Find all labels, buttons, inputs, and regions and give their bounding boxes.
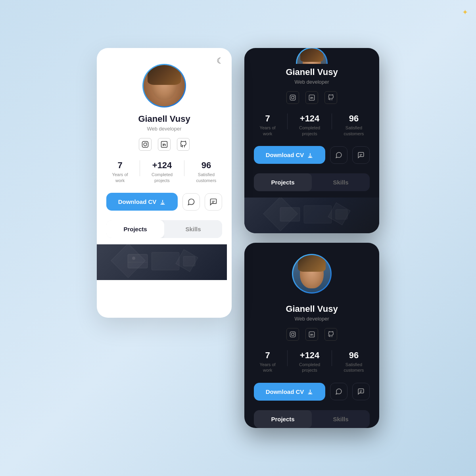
project-preview-visual bbox=[120, 250, 199, 274]
profile-name-dark-bottom: Gianell Vusy bbox=[286, 304, 338, 314]
svg-rect-21 bbox=[280, 207, 300, 221]
svg-point-2 bbox=[146, 143, 147, 144]
messenger-button-dark-bottom[interactable] bbox=[352, 383, 370, 400]
svg-rect-22 bbox=[304, 205, 332, 223]
avatar-wrapper-dark-bottom bbox=[292, 254, 332, 294]
whatsapp-button-dark-bottom[interactable] bbox=[330, 383, 347, 400]
dark-card-top: Gianell Vusy Web developer bbox=[244, 48, 379, 233]
stat-customers-dark-top: 96 Satisfied customers bbox=[344, 113, 364, 136]
stat-lbl-years-b: Years of work bbox=[260, 362, 276, 373]
profile-name-dark-top: Gianell Vusy bbox=[286, 67, 338, 77]
instagram-icon-dark[interactable] bbox=[286, 91, 299, 104]
svg-rect-13 bbox=[290, 95, 295, 100]
whatsapp-button-dark-top[interactable] bbox=[330, 146, 347, 164]
stat-div-1-dark-bottom bbox=[287, 350, 288, 366]
messenger-icon-dark-b bbox=[357, 388, 365, 395]
download-cv-button-dark-top[interactable]: Download CV bbox=[254, 146, 325, 164]
download-cv-button[interactable]: Download CV bbox=[106, 193, 178, 211]
stat-div-2-dark-top bbox=[332, 113, 332, 129]
stat-value-projects: +124 bbox=[152, 160, 172, 171]
profile-title-dark-top: Web developer bbox=[294, 79, 329, 85]
download-icon-dark-bottom bbox=[307, 388, 313, 395]
svg-point-25 bbox=[292, 333, 294, 336]
project-preview-light bbox=[97, 244, 227, 280]
stat-val-customers: 96 bbox=[349, 113, 359, 124]
whatsapp-button-light[interactable] bbox=[182, 193, 200, 211]
stat-projects: +124 Completed projects bbox=[152, 160, 173, 183]
stats-row-dark-top: 7 Years of work +124 Completed projects … bbox=[254, 113, 370, 136]
stat-label-customers: Satisfied customers bbox=[196, 172, 217, 183]
theme-toggle-icon[interactable]: ☾ bbox=[217, 56, 224, 65]
social-icons-row bbox=[139, 138, 190, 151]
dark-card-bottom: ✦ Gianell Vusy Web developer bbox=[244, 243, 379, 428]
stat-val-projects-b: +124 bbox=[300, 350, 320, 361]
stat-lbl-years: Years of work bbox=[260, 125, 276, 136]
avatar-wrapper bbox=[142, 64, 186, 107]
buttons-row-light: Download CV bbox=[106, 193, 222, 211]
stat-lbl-projects-b: Completed projects bbox=[299, 362, 320, 373]
stat-divider-1 bbox=[140, 160, 140, 176]
tabs-row-light: Projects Skills bbox=[106, 220, 222, 238]
whatsapp-icon-dark-b bbox=[335, 388, 342, 395]
svg-point-11 bbox=[132, 257, 135, 260]
svg-rect-23 bbox=[336, 209, 347, 219]
svg-rect-10 bbox=[183, 256, 195, 266]
preview-vis-dark bbox=[272, 203, 351, 227]
tab-projects-light[interactable]: Projects bbox=[106, 220, 164, 238]
stats-row-dark-bottom: 7 Years of work +124 Completed projects … bbox=[254, 350, 370, 373]
messenger-icon bbox=[209, 198, 217, 206]
stat-lbl-customers-b: Satisfied customers bbox=[344, 362, 364, 373]
svg-point-26 bbox=[294, 333, 294, 333]
tab-skills-light[interactable]: Skills bbox=[164, 220, 222, 238]
github-icon-dark[interactable] bbox=[324, 91, 337, 104]
download-cv-label: Download CV bbox=[118, 198, 157, 205]
buttons-row-dark-bottom: Download CV bbox=[254, 383, 370, 401]
github-icon[interactable] bbox=[177, 138, 190, 151]
messenger-icon-dark bbox=[357, 152, 365, 159]
project-preview-dark-top bbox=[244, 198, 379, 233]
stat-projects-dark-bottom: +124 Completed projects bbox=[299, 350, 320, 373]
svg-rect-9 bbox=[152, 252, 179, 270]
github-icon-dark-bottom[interactable] bbox=[324, 328, 337, 341]
download-icon-dark-top bbox=[307, 152, 313, 158]
stat-years-dark-top: 7 Years of work bbox=[260, 113, 276, 136]
social-icons-dark-top bbox=[286, 91, 337, 104]
stat-label-years: Years of work bbox=[112, 172, 128, 183]
messenger-button-light[interactable] bbox=[205, 193, 222, 211]
stat-label-projects: Completed projects bbox=[152, 172, 173, 183]
buttons-row-dark-top: Download CV bbox=[254, 146, 370, 164]
tab-skills-dark-top[interactable]: Skills bbox=[312, 173, 370, 191]
stat-div-2-dark-bottom bbox=[332, 350, 332, 366]
download-cv-label-dark-bottom: Download CV bbox=[266, 388, 304, 395]
social-icons-dark-bottom bbox=[286, 328, 337, 341]
stat-val-customers-b: 96 bbox=[349, 350, 359, 361]
tab-projects-dark-bottom[interactable]: Projects bbox=[254, 410, 312, 428]
svg-point-15 bbox=[294, 96, 294, 96]
instagram-icon-dark-bottom[interactable] bbox=[286, 328, 299, 341]
whatsapp-icon bbox=[187, 198, 195, 206]
instagram-icon[interactable] bbox=[139, 138, 152, 151]
stats-row: 7 Years of work +124 Completed projects … bbox=[106, 160, 222, 183]
linkedin-icon[interactable] bbox=[158, 138, 171, 151]
stat-val-years: 7 bbox=[265, 113, 270, 124]
messenger-button-dark-top[interactable] bbox=[352, 146, 370, 164]
stat-customers-dark-bottom: 96 Satisfied customers bbox=[344, 350, 364, 373]
stat-years-dark-bottom: 7 Years of work bbox=[260, 350, 276, 373]
tab-projects-dark-top[interactable]: Projects bbox=[254, 173, 312, 191]
avatar bbox=[144, 65, 185, 106]
svg-rect-24 bbox=[290, 332, 295, 337]
svg-point-14 bbox=[292, 96, 294, 99]
stat-years: 7 Years of work bbox=[112, 160, 128, 183]
tab-skills-dark-bottom[interactable]: Skills bbox=[312, 410, 370, 428]
stat-divider-2 bbox=[184, 160, 184, 176]
linkedin-icon-dark[interactable] bbox=[305, 91, 318, 104]
main-layout: ☾ Gianell Vusy Web developer bbox=[97, 48, 379, 428]
tabs-row-dark-top: Projects Skills bbox=[254, 173, 370, 191]
stat-val-projects: +124 bbox=[300, 113, 320, 124]
stat-value-years: 7 bbox=[117, 160, 122, 171]
download-cv-label-dark-top: Download CV bbox=[266, 152, 304, 158]
download-icon bbox=[159, 199, 166, 205]
linkedin-icon-dark-bottom[interactable] bbox=[305, 328, 318, 341]
stat-lbl-customers: Satisfied customers bbox=[344, 125, 364, 136]
download-cv-button-dark-bottom[interactable]: Download CV bbox=[254, 383, 325, 401]
